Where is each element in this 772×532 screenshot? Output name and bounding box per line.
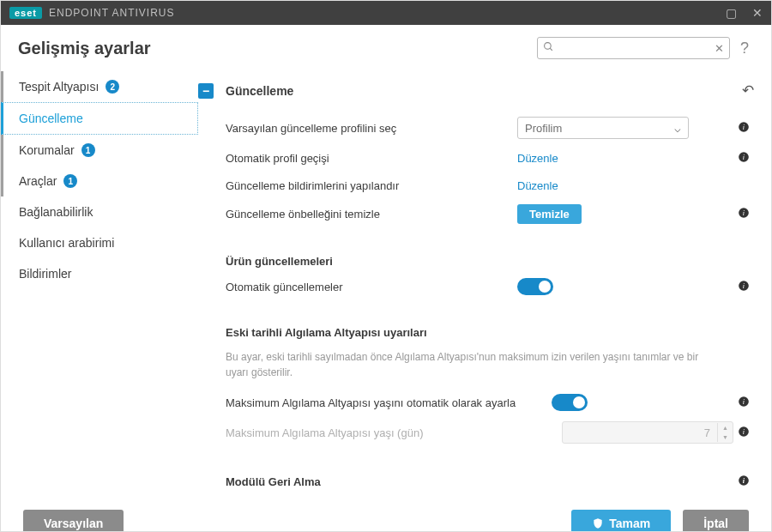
edit-notify-link[interactable]: Düzenle (517, 179, 558, 192)
stepper-down-icon[interactable]: ▼ (718, 432, 733, 442)
search-input[interactable] (559, 42, 709, 54)
sidebar-item-connectivity[interactable]: Bağlanabilirlik (1, 196, 198, 227)
edit-autoprofile-link[interactable]: Düzenle (517, 152, 558, 165)
info-icon[interactable]: i (733, 207, 754, 221)
row-label-engine-days: Maksimum Algılama Altyapısı yaşı (gün) (226, 426, 517, 439)
info-icon[interactable]: i (733, 396, 754, 410)
subheading-engine-age: Eski tarihli Algılama Altyapısı uyarılar… (198, 300, 754, 344)
engine-days-stepper: 7 ▲▼ (562, 421, 733, 444)
sidebar-item-label: Korumalar (19, 143, 75, 157)
page-title: Gelişmiş ayarlar (18, 39, 151, 58)
shield-icon (592, 517, 604, 529)
collapse-icon[interactable]: − (198, 83, 214, 99)
sidebar-badge: 2 (106, 80, 119, 94)
profile-select[interactable]: Profilim ⌵ (517, 117, 689, 139)
header: Gelişmiş ayarlar ✕ ? (1, 25, 771, 66)
window-maximize-icon[interactable]: ▢ (726, 6, 737, 20)
row-label-profile: Varsayılan güncelleme profilini seç (226, 122, 517, 135)
sidebar-item-notifications[interactable]: Bildirimler (1, 258, 198, 289)
svg-point-0 (545, 43, 552, 50)
engine-days-value: 7 (563, 426, 717, 439)
cancel-button[interactable]: İptal (683, 510, 749, 532)
help-icon[interactable]: ? (740, 39, 749, 57)
svg-line-1 (550, 48, 552, 51)
engine-age-auto-toggle[interactable] (552, 394, 588, 411)
sidebar-item-tools[interactable]: Araçlar 1 (1, 166, 198, 196)
revert-icon[interactable]: ↶ (742, 82, 754, 100)
defaults-button[interactable]: Varsayılan (23, 510, 124, 532)
info-icon[interactable]: i (733, 121, 754, 136)
sidebar-item-label: Araçlar (19, 174, 57, 188)
auto-update-toggle[interactable] (517, 278, 553, 295)
footer: Varsayılan Tamam İptal (1, 499, 771, 532)
info-icon[interactable]: i (733, 151, 754, 166)
info-icon[interactable]: i (733, 280, 754, 294)
ok-button[interactable]: Tamam (571, 510, 671, 532)
sidebar-item-label: Tespit Altyapısı (19, 80, 99, 94)
chevron-down-icon: ⌵ (674, 122, 681, 135)
sidebar-item-label: Güncelleme (19, 112, 83, 125)
search-icon (543, 41, 554, 55)
titlebar: eset ENDPOINT ANTIVIRUS ▢ ✕ (1, 1, 771, 25)
engine-age-description: Bu ayar, eski tarihli sayılmadan önce Al… (198, 344, 754, 389)
profile-select-value: Profilim (525, 122, 562, 135)
sidebar-badge: 1 (81, 143, 95, 157)
row-label-engine-auto: Maksimum Algılama Altyapısı yaşını otoma… (226, 396, 552, 409)
window-close-icon[interactable]: ✕ (752, 6, 763, 20)
sidebar-item-ui[interactable]: Kullanıcı arabirimi (1, 227, 198, 258)
sidebar-item-detection[interactable]: Tespit Altyapısı 2 (1, 71, 198, 102)
sidebar-item-label: Kullanıcı arabirimi (19, 236, 114, 250)
search-box[interactable]: ✕ (537, 37, 730, 59)
info-icon[interactable]: i (733, 426, 754, 440)
sidebar: Tespit Altyapısı 2 Güncelleme Korumalar … (1, 66, 198, 499)
sidebar-item-update[interactable]: Güncelleme (1, 102, 198, 135)
ok-label: Tamam (609, 517, 650, 530)
subheading-product-updates: Ürün güncellemeleri (198, 229, 754, 273)
info-icon[interactable]: i (733, 475, 754, 489)
sidebar-item-protections[interactable]: Korumalar 1 (1, 135, 198, 166)
sidebar-item-label: Bağlanabilirlik (19, 205, 93, 219)
sidebar-badge: 1 (63, 174, 77, 188)
product-name: ENDPOINT ANTIVIRUS (49, 7, 174, 19)
row-label-notify: Güncelleme bildirimlerini yapılandır (226, 179, 517, 192)
stepper-up-icon[interactable]: ▲ (718, 423, 733, 432)
clear-cache-button[interactable]: Temizle (517, 204, 582, 224)
row-label-autoupdate: Otomatik güncellemeler (226, 281, 517, 293)
subheading-rollback: Modülü Geri Alma (226, 475, 321, 488)
brand-logo: eset (9, 7, 42, 19)
section-title: Güncelleme (226, 84, 293, 98)
content-panel: − Güncelleme ↶ Varsayılan güncelleme pro… (198, 66, 771, 499)
row-label-clearcache: Güncelleme önbelleğini temizle (226, 208, 517, 221)
clear-search-icon[interactable]: ✕ (715, 42, 724, 55)
row-label-autoprofile: Otomatik profil geçişi (226, 152, 517, 165)
sidebar-item-label: Bildirimler (19, 267, 71, 281)
